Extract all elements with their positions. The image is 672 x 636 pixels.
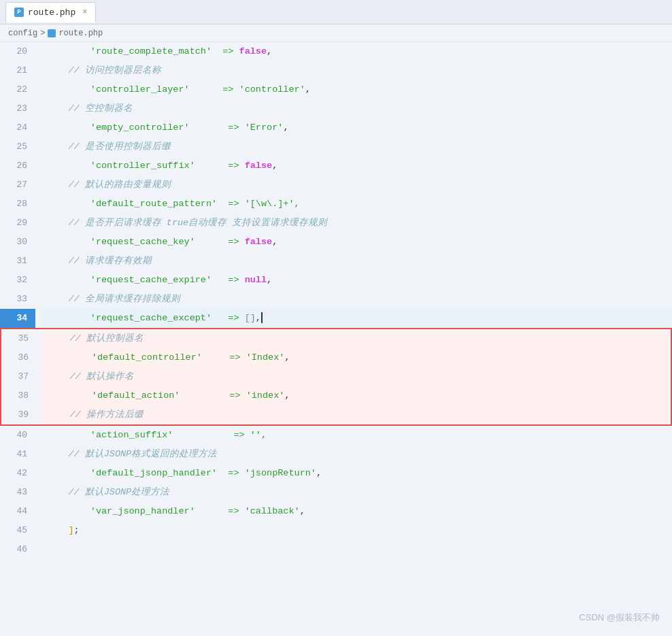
- token: ,: [272, 161, 278, 171]
- token: ,: [267, 46, 272, 56]
- token: false: [239, 46, 267, 56]
- line-number: 41: [0, 445, 35, 464]
- gutter: [35, 42, 41, 61]
- line-number: 27: [0, 175, 35, 195]
- code-content: // 空控制器名: [41, 99, 672, 118]
- token: 'Index': [246, 352, 285, 363]
- code-content: // 是否使用控制器后缀: [41, 137, 672, 156]
- code-content: 'controller_suffix' => false,: [41, 156, 672, 175]
- token: 'request_cache_expire' =>: [46, 275, 245, 285]
- line-number: 23: [0, 99, 35, 118]
- gutter: [37, 367, 42, 386]
- gutter: [37, 405, 42, 424]
- token: // 默认控制器名: [48, 333, 144, 344]
- code-content: // 访问控制器层名称: [41, 61, 672, 80]
- highlighted-box: 35 // 默认控制器名36 'default_controller' => '…: [0, 328, 672, 426]
- token: '',: [250, 430, 267, 440]
- code-content: 'default_route_pattern' => '[\w\.]+',: [41, 195, 672, 214]
- code-line: 42 'default_jsonp_handler' => 'jsonpRetu…: [0, 464, 672, 483]
- token: // 默认的路由变量规则: [46, 180, 171, 190]
- code-line: 24 'empty_controller' => 'Error',: [0, 118, 672, 137]
- line-number: 46: [0, 540, 35, 559]
- code-line: 29 // 是否开启请求缓存 true自动缓存 支持设置请求缓存规则: [0, 214, 672, 233]
- token: null: [245, 275, 267, 285]
- gutter: [35, 464, 41, 483]
- code-editor: 20 'route_complete_match' => false,21 //…: [0, 42, 672, 636]
- line-number: 38: [1, 386, 37, 405]
- gutter: [35, 252, 41, 271]
- gutter: [35, 540, 41, 559]
- code-content: // 默认操作名: [42, 367, 671, 386]
- token: 'default_action' =>: [48, 390, 246, 401]
- token: ,: [305, 84, 311, 95]
- gutter: [35, 61, 41, 80]
- line-number: 22: [0, 80, 35, 99]
- code-content: 'request_cache_except' => [],: [41, 309, 672, 328]
- gutter: [35, 214, 41, 233]
- code-line: 38 'default_action' => 'index',: [1, 386, 671, 405]
- code-content: // 请求缓存有效期: [41, 252, 672, 271]
- code-content: // 默认控制器名: [42, 329, 671, 348]
- token: 'index': [246, 390, 285, 401]
- file-tab[interactable]: P route.php ×: [5, 2, 96, 22]
- token: // 是否使用控制器后缀: [46, 141, 171, 152]
- token: 'controller': [239, 84, 305, 95]
- token: ,: [284, 390, 290, 401]
- token: // 默认操作名: [48, 371, 134, 382]
- token: ,: [283, 122, 288, 133]
- code-line: 41 // 默认JSONP格式返回的处理方法: [0, 445, 672, 464]
- line-number: 44: [0, 502, 35, 521]
- token: []: [245, 313, 256, 323]
- php-icon: P: [14, 7, 24, 17]
- code-line: 28 'default_route_pattern' => '[\w\.]+',: [0, 195, 672, 214]
- token: 'action_suffix' =>: [46, 430, 250, 440]
- code-line: 46: [0, 540, 672, 559]
- gutter: [35, 502, 41, 521]
- gutter: [35, 137, 41, 156]
- token: // 访问控制器层名称: [46, 65, 161, 76]
- code-line: 33 // 全局请求缓存排除规则: [0, 290, 672, 309]
- line-number: 39: [1, 405, 37, 424]
- token: 'default_jsonp_handler' =>: [46, 468, 245, 478]
- token: 'empty_controller' =>: [46, 122, 245, 133]
- token: 'var_jsonp_handler' =>: [46, 506, 245, 516]
- code-content: [41, 540, 672, 559]
- title-bar: P route.php ×: [0, 0, 672, 24]
- code-content: // 操作方法后缀: [42, 405, 671, 424]
- code-content: 'default_controller' => 'Index',: [42, 348, 671, 367]
- token: 'route_complete_match' =>: [46, 46, 239, 56]
- gutter: [35, 80, 41, 99]
- line-number: 31: [0, 252, 35, 271]
- breadcrumb-file-icon: [48, 29, 56, 37]
- text-cursor: [261, 312, 263, 323]
- token: // 默认JSONP格式返回的处理方法: [46, 449, 217, 459]
- token: 'Error': [245, 122, 284, 133]
- token: ,: [284, 352, 290, 363]
- token: 'callback': [245, 506, 300, 516]
- token: // 操作方法后缀: [48, 409, 144, 420]
- gutter: [35, 175, 41, 195]
- token: ,: [256, 313, 261, 323]
- line-number: 33: [0, 290, 35, 309]
- code-content: // 默认JSONP格式返回的处理方法: [41, 445, 672, 464]
- line-number: 30: [0, 233, 35, 252]
- line-number: 24: [0, 118, 35, 137]
- line-number: 21: [0, 61, 35, 80]
- line-number: 40: [0, 426, 35, 445]
- code-content: // 默认JSONP处理方法: [41, 483, 672, 502]
- watermark: CSDN @假装我不帅: [579, 612, 660, 624]
- code-content: 'default_action' => 'index',: [42, 386, 671, 405]
- gutter: [35, 195, 41, 214]
- code-line: 34 'request_cache_except' => [],: [0, 309, 672, 328]
- token: '[\w\.]+',: [245, 199, 300, 209]
- breadcrumb: config > route.php: [0, 24, 672, 42]
- line-number: 42: [0, 464, 35, 483]
- code-line: 21 // 访问控制器层名称: [0, 61, 672, 80]
- code-content: 'action_suffix' => '',: [41, 426, 672, 445]
- gutter: [37, 329, 42, 348]
- line-number: 20: [0, 42, 35, 61]
- code-line: 36 'default_controller' => 'Index',: [1, 348, 671, 367]
- code-content: 'controller_layer' => 'controller',: [41, 80, 672, 99]
- token: ,: [267, 275, 272, 285]
- tab-close-button[interactable]: ×: [82, 7, 87, 17]
